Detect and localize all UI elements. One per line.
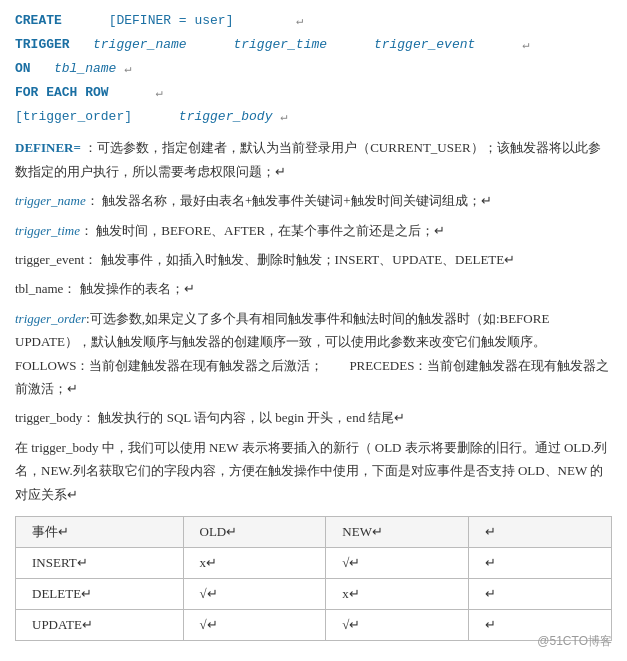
keyword-foreach: FOR EACH ROW [15, 85, 109, 100]
tbl-name-desc: tbl_name： 触发操作的表名；↵ [15, 277, 612, 300]
descriptions-block: DEFINER= ：可选参数，指定创建者，默认为当前登录用户（CURRENT_U… [15, 136, 612, 505]
table-cell: ↵ [469, 579, 612, 610]
col-header-empty: ↵ [469, 516, 612, 547]
trigger-body-placeholder: trigger_body [179, 109, 273, 124]
trigger-time-desc: trigger_time： 触发时间，BEFORE、AFTER，在某个事件之前还… [15, 219, 612, 242]
definer-keyword: DEFINER [116, 13, 171, 28]
definer-clause: [DEFINER = user] [109, 13, 242, 28]
trigger-order-bracket: [trigger_order] [15, 109, 132, 124]
trigger-time-term: trigger_time [15, 223, 80, 238]
trigger-body-text: 触发执行的 SQL 语句内容，以 begin 开头，end 结尾↵ [98, 410, 405, 425]
col-header-old: OLD↵ [183, 516, 326, 547]
syntax-line1: CREATE [DEFINER = user] ↵ [15, 10, 612, 32]
table-cell: DELETE↵ [16, 579, 184, 610]
col-header-event: 事件↵ [16, 516, 184, 547]
definer-term: DEFINER= [15, 140, 81, 155]
arrow4: ↵ [155, 86, 162, 100]
table-row: DELETE↵√↵x↵↵ [16, 579, 612, 610]
table-cell: x↵ [183, 548, 326, 579]
trigger-time-text: 触发时间，BEFORE、AFTER，在某个事件之前还是之后；↵ [96, 223, 445, 238]
table-cell: ↵ [469, 548, 612, 579]
trigger-event-text: 触发事件，如插入时触发、删除时触发；INSERT、UPDATE、DELETE↵ [101, 252, 516, 267]
trigger-name-placeholder: trigger_name [93, 37, 187, 52]
table-row: INSERT↵x↵√↵↵ [16, 548, 612, 579]
syntax-line4: FOR EACH ROW ↵ [15, 82, 612, 104]
table-row: UPDATE↵√↵√↵↵ [16, 610, 612, 641]
arrow1: ↵ [296, 14, 303, 28]
arrow3: ↵ [124, 62, 131, 76]
tbl-name-text: 触发操作的表名；↵ [80, 281, 195, 296]
table-cell: UPDATE↵ [16, 610, 184, 641]
trigger-event-placeholder: trigger_event [374, 37, 475, 52]
definer-value: user [194, 13, 225, 28]
syntax-line5: [trigger_order] trigger_body ↵ [15, 106, 612, 128]
syntax-block: CREATE [DEFINER = user] ↵ TRIGGER trigge… [15, 10, 612, 128]
trigger-event-term: trigger_event： [15, 252, 97, 267]
col-header-new: NEW↵ [326, 516, 469, 547]
definer-desc: DEFINER= ：可选参数，指定创建者，默认为当前登录用户（CURRENT_U… [15, 136, 612, 183]
table-cell: √↵ [326, 610, 469, 641]
trigger-name-desc: trigger_name： 触发器名称，最好由表名+触发事件关键词+触发时间关键… [15, 189, 612, 212]
tbl-name-placeholder: tbl_name [54, 61, 116, 76]
keyword-create: CREATE [15, 13, 62, 28]
table-cell: INSERT↵ [16, 548, 184, 579]
trigger-name-text: 触发器名称，最好由表名+触发事件关键词+触发时间关键词组成；↵ [102, 193, 492, 208]
tbl-name-term: tbl_name： [15, 281, 76, 296]
trigger-name-colon: ： [86, 193, 99, 208]
trigger-time-colon: ： [80, 223, 93, 238]
keyword-trigger: TRIGGER [15, 37, 70, 52]
trigger-time-placeholder: trigger_time [233, 37, 327, 52]
event-support-table: 事件↵ OLD↵ NEW↵ ↵ INSERT↵x↵√↵↵DELETE↵√↵x↵↵… [15, 516, 612, 641]
trigger-order-desc: trigger_order:可选参数,如果定义了多个具有相同触发事件和触法时间的… [15, 307, 612, 401]
syntax-line2: TRIGGER trigger_name trigger_time trigge… [15, 34, 612, 56]
table-cell: x↵ [326, 579, 469, 610]
watermark: @51CTO博客 [537, 631, 612, 651]
trigger-order-term: trigger_order [15, 311, 86, 326]
trigger-name-term: trigger_name [15, 193, 86, 208]
table-cell: √↵ [183, 579, 326, 610]
table-header-row: 事件↵ OLD↵ NEW↵ ↵ [16, 516, 612, 547]
table-cell: √↵ [183, 610, 326, 641]
syntax-line3: ON tbl_name ↵ [15, 58, 612, 80]
keyword-on: ON [15, 61, 31, 76]
trigger-body-term: trigger_body： [15, 410, 95, 425]
trigger-order-text: :可选参数,如果定义了多个具有相同触发事件和触法时间的触发器时（如:BEFORE… [15, 311, 609, 396]
definer-desc-text: ：可选参数，指定创建者，默认为当前登录用户（CURRENT_USER）；该触发器… [15, 140, 601, 178]
trigger-event-desc: trigger_event： 触发事件，如插入时触发、删除时触发；INSERT、… [15, 248, 612, 271]
table-cell: √↵ [326, 548, 469, 579]
trigger-body-desc: trigger_body： 触发执行的 SQL 语句内容，以 begin 开头，… [15, 406, 612, 429]
paragraph-desc: 在 trigger_body 中，我们可以使用 NEW 表示将要插入的新行（ O… [15, 436, 612, 506]
arrow5: ↵ [280, 110, 287, 124]
arrow2: ↵ [522, 38, 529, 52]
